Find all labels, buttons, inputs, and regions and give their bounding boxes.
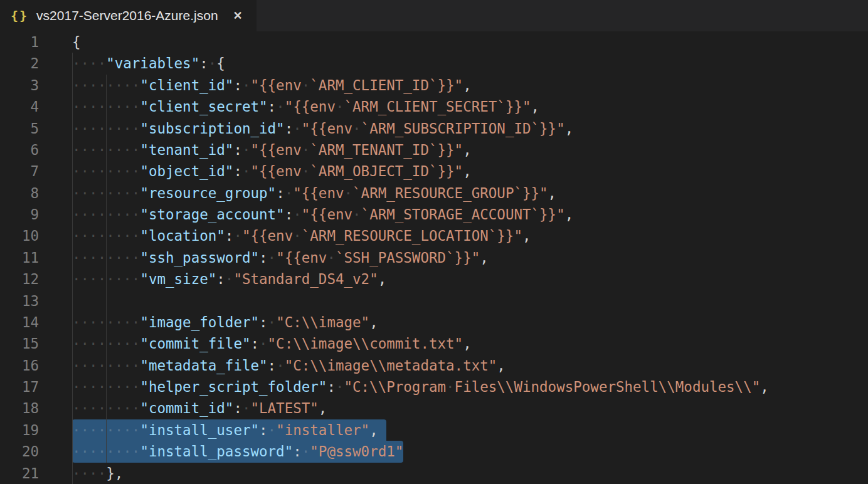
line-number[interactable]: 3 [0, 75, 39, 96]
whitespace-dot: · [242, 142, 251, 158]
token-key: "install_password" [140, 443, 293, 460]
token-punct: , [522, 228, 531, 244]
token-punct: , [463, 77, 472, 93]
token-key: "client_id" [140, 77, 233, 93]
whitespace-dot: · [98, 206, 107, 223]
code-line-5[interactable]: 5········"subscription_id":·"{{env·`ARM_… [0, 118, 868, 139]
whitespace-dot: · [72, 379, 81, 395]
whitespace-dot: · [81, 142, 90, 158]
tab-vs2017-server2016-azure-json[interactable]: {} vs2017-Server2016-Azure.json ✕ [0, 0, 257, 31]
whitespace-dot: · [123, 142, 132, 158]
whitespace-dot: · [106, 271, 115, 287]
token-str: `ARM_RESOURCE_GROUP`}}" [352, 185, 548, 201]
whitespace-dot: · [72, 185, 81, 201]
whitespace-dot: · [106, 77, 115, 93]
line-number[interactable]: 10 [0, 225, 39, 246]
whitespace-dot: · [123, 400, 132, 416]
indent-guide-col0 [72, 53, 73, 484]
code-line-20[interactable]: 20········"install_password":·"P@ssw0rd1… [0, 441, 868, 462]
token-key: "commit_id" [140, 400, 233, 416]
vscode-window: {} vs2017-Server2016-Azure.json ✕ 1{2···… [0, 0, 868, 484]
line-number[interactable]: 20 [0, 441, 39, 462]
code-line-3[interactable]: 3········"client_id":·"{{env·`ARM_CLIENT… [0, 75, 868, 96]
whitespace-dot: · [81, 314, 90, 330]
token-punct: }, [106, 465, 123, 481]
code-line-2[interactable]: 2····"variables":·{ [0, 53, 868, 74]
code-line-11[interactable]: 11········"ssh_password":·"{{env·`SSH_PA… [0, 247, 868, 268]
whitespace-dot: · [81, 55, 90, 71]
whitespace-dot: · [446, 379, 455, 395]
code-line-19[interactable]: 19········"install_user":·"installer", [0, 419, 868, 441]
line-number[interactable]: 21 [0, 463, 39, 484]
whitespace-dot: · [302, 163, 310, 179]
whitespace-dot: · [89, 206, 98, 223]
line-number[interactable]: 9 [0, 204, 39, 225]
token-punct: : [285, 206, 294, 223]
tab-close-icon[interactable]: ✕ [233, 9, 243, 23]
line-number[interactable]: 2 [0, 53, 39, 74]
tab-filename: vs2017-Server2016-Azure.json [36, 8, 218, 23]
whitespace-dot: · [276, 98, 285, 115]
whitespace-dot: · [72, 465, 81, 481]
line-number[interactable]: 1 [0, 31, 39, 53]
code-line-15[interactable]: 15········"commit_file":·"C:\\image\\com… [0, 333, 868, 354]
code-line-12[interactable]: 12········"vm_size":·"Standard_DS4_v2", [0, 268, 868, 290]
whitespace-dot: · [81, 98, 90, 115]
line-number[interactable]: 13 [0, 290, 39, 312]
line-number[interactable]: 18 [0, 397, 39, 419]
whitespace-dot: · [98, 77, 107, 93]
token-punct: : [285, 120, 294, 137]
whitespace-dot: · [352, 206, 361, 223]
code-line-content: ········"subscription_id":·"{{env·`ARM_S… [39, 118, 868, 139]
whitespace-dot: · [132, 250, 140, 266]
whitespace-dot: · [106, 120, 115, 137]
whitespace-dot: · [123, 335, 132, 352]
line-number[interactable]: 6 [0, 139, 39, 160]
code-line-10[interactable]: 10········"location":·"{{env·`ARM_RESOUR… [0, 225, 868, 246]
whitespace-dot: · [72, 206, 81, 223]
whitespace-dot: · [81, 77, 90, 93]
code-line-content: ········"ssh_password":·"{{env·`SSH_PASS… [39, 247, 868, 268]
code-line-18[interactable]: 18········"commit_id":·"LATEST", [0, 397, 868, 419]
whitespace-dot: · [115, 228, 124, 244]
line-number[interactable]: 8 [0, 182, 39, 204]
line-number[interactable]: 15 [0, 333, 39, 354]
line-number[interactable]: 16 [0, 355, 39, 376]
code-line-4[interactable]: 4········"client_secret":·"{{env·`ARM_CL… [0, 96, 868, 117]
code-line-6[interactable]: 6········"tenant_id":·"{{env·`ARM_TENANT… [0, 139, 868, 160]
code-line-9[interactable]: 9········"storage_account":·"{{env·`ARM_… [0, 204, 868, 225]
whitespace-dot: · [81, 250, 90, 266]
token-punct: : [276, 185, 285, 201]
whitespace-dot: · [115, 379, 124, 395]
code-line-8[interactable]: 8········"resource_group":·"{{env·`ARM_R… [0, 182, 868, 204]
token-punct: : [225, 228, 234, 244]
code-line-7[interactable]: 7········"object_id":·"{{env·`ARM_OBJECT… [0, 160, 868, 182]
line-number[interactable]: 19 [0, 419, 39, 441]
code-line-content: ········"metadata_file":·"C:\\image\\met… [39, 355, 868, 376]
whitespace-dot: · [132, 379, 140, 395]
code-line-content: ········"resource_group":·"{{env·`ARM_RE… [39, 182, 868, 204]
line-number[interactable]: 12 [0, 268, 39, 290]
line-number[interactable]: 11 [0, 247, 39, 268]
token-punct: , [497, 357, 505, 374]
code-line-17[interactable]: 17········"helper_script_folder":·"C:\\P… [0, 376, 868, 397]
line-number[interactable]: 5 [0, 118, 39, 139]
whitespace-dot: · [72, 271, 81, 287]
code-line-content: ········"commit_id":·"LATEST", [39, 397, 868, 419]
whitespace-dot: · [98, 465, 107, 481]
code-line-1[interactable]: 1{ [0, 31, 868, 53]
token-punct: : [327, 379, 336, 395]
whitespace-dot: · [89, 271, 98, 287]
whitespace-dot: · [132, 98, 140, 115]
line-number[interactable]: 4 [0, 96, 39, 117]
line-number[interactable]: 17 [0, 376, 39, 397]
code-line-13[interactable]: 13 [0, 290, 868, 312]
line-number[interactable]: 14 [0, 312, 39, 333]
line-number[interactable]: 7 [0, 160, 39, 182]
whitespace-dot: · [225, 271, 234, 287]
code-line-16[interactable]: 16········"metadata_file":·"C:\\image\\m… [0, 355, 868, 376]
code-editor[interactable]: 1{2····"variables":·{3········"client_id… [0, 31, 868, 484]
code-line-14[interactable]: 14········"image_folder":·"C:\\image", [0, 312, 868, 333]
code-line-21[interactable]: 21····}, [0, 463, 868, 484]
whitespace-dot: · [89, 98, 98, 115]
